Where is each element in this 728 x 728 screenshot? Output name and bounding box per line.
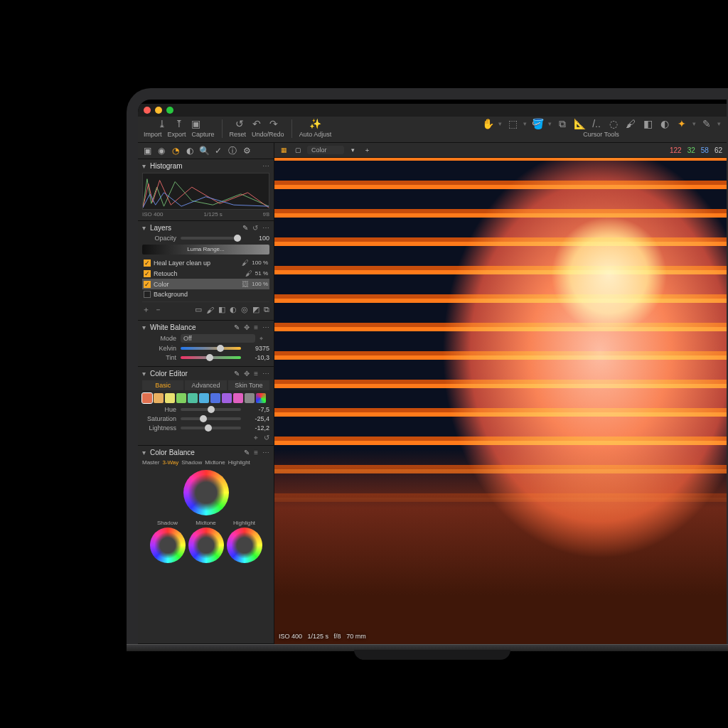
ce-picker-icon[interactable]: ⌖ (254, 434, 258, 442)
tab-3way[interactable]: 3-Way (162, 459, 178, 466)
swatch-8[interactable] (233, 393, 243, 403)
capture-icon[interactable]: ▣ (191, 118, 202, 129)
mask-copy-icon[interactable]: ⧉ (264, 305, 269, 314)
reset-icon[interactable]: ↺ (252, 224, 258, 232)
swatch-7[interactable] (222, 393, 232, 403)
preset-icon[interactable]: ≡ (254, 323, 258, 331)
brush-icon[interactable]: 🖌 (624, 118, 637, 129)
panel-menu-icon[interactable]: ⋯ (262, 370, 269, 378)
shadow-wheel[interactable] (150, 528, 186, 563)
layer-checkbox[interactable]: ✓ (144, 281, 151, 288)
panel-menu-icon[interactable]: ⋯ (262, 224, 269, 232)
reset-icon[interactable]: ↺ (234, 118, 245, 129)
canvas-dropdown-icon[interactable]: ▾ (348, 145, 358, 155)
mask-luma-icon[interactable]: ◩ (252, 305, 259, 314)
kelvin-slider[interactable] (181, 347, 241, 350)
light-slider[interactable] (181, 427, 241, 429)
wb-picker-icon[interactable]: ⌖ (259, 335, 269, 343)
layer-checkbox[interactable]: ✓ (144, 259, 151, 267)
mask-radial-icon[interactable]: ◎ (241, 305, 248, 314)
magic-brush-icon[interactable]: ✦ (675, 118, 688, 129)
undo-icon[interactable]: ↶ (251, 118, 262, 129)
swatch-2[interactable] (165, 393, 175, 403)
settings-tab-icon[interactable]: ⚙ (242, 146, 252, 156)
swatch-6[interactable] (210, 393, 220, 403)
swatch-4[interactable] (188, 393, 198, 403)
swatch-1[interactable] (154, 393, 164, 403)
straighten-icon[interactable]: 📐 (573, 118, 586, 129)
pencil-icon[interactable]: ✎ (244, 449, 250, 456)
panel-menu-icon[interactable]: ⋯ (262, 449, 269, 456)
panel-menu-icon[interactable]: ⋯ (262, 162, 269, 170)
chevron-down-icon[interactable]: ▾ (142, 449, 146, 456)
single-view-icon[interactable]: ▢ (293, 145, 303, 155)
swatch-picker-icon[interactable] (256, 393, 266, 403)
hue-slider[interactable] (181, 408, 241, 411)
tab-skintone[interactable]: Skin Tone (228, 380, 269, 390)
exposure-tab-icon[interactable]: ◐ (185, 146, 195, 156)
tab-basic[interactable]: Basic (142, 380, 183, 390)
library-tab-icon[interactable]: ▣ (142, 146, 152, 156)
chevron-down-icon[interactable]: ▾ (142, 323, 146, 331)
luma-range-button[interactable]: Luma Range... (142, 245, 269, 255)
layer-checkbox[interactable] (144, 291, 151, 298)
wb-mode-select[interactable]: Off (181, 334, 255, 343)
mask-rect-icon[interactable]: ▭ (195, 305, 202, 314)
gradient-icon[interactable]: ◐ (658, 118, 671, 129)
preset-icon[interactable]: ≡ (254, 449, 258, 456)
mask-gradient-icon[interactable]: ◐ (230, 305, 237, 314)
metadata-tab-icon[interactable]: ⓘ (228, 146, 237, 156)
panel-menu-icon[interactable]: ⋯ (262, 323, 269, 331)
remove-layer-icon[interactable]: － (154, 304, 162, 315)
picker-icon[interactable]: ✥ (244, 370, 250, 378)
pencil-icon[interactable]: ✎ (234, 370, 240, 378)
swatch-0[interactable] (142, 393, 152, 403)
swatch-5[interactable] (199, 393, 209, 403)
chevron-down-icon[interactable]: ▾ (142, 162, 146, 170)
minimize-window-button[interactable] (155, 107, 162, 114)
capture-tab-icon[interactable]: ◉ (156, 146, 166, 156)
tab-highlight[interactable]: Highlight (228, 459, 250, 466)
redo-icon[interactable]: ↷ (268, 118, 279, 129)
canvas-add-icon[interactable]: ＋ (363, 145, 373, 155)
highlight-wheel[interactable] (227, 528, 262, 563)
hand-icon[interactable]: ✋ (481, 118, 494, 129)
midtone-wheel[interactable] (183, 470, 229, 515)
add-layer-icon[interactable]: ＋ (142, 304, 150, 315)
check-tab-icon[interactable]: ✓ (213, 146, 223, 156)
pen-icon[interactable]: ✎ (700, 118, 713, 129)
color-tab-icon[interactable]: ◔ (171, 146, 181, 156)
tab-midtone[interactable]: Midtone (205, 459, 225, 466)
import-icon[interactable]: ⤓ (156, 118, 168, 129)
grid-view-icon[interactable]: ▦ (279, 145, 289, 155)
tab-shadow[interactable]: Shadow (181, 459, 202, 466)
crop-icon[interactable]: ⧉ (556, 118, 569, 129)
picker-icon[interactable]: ✥ (244, 323, 250, 331)
tab-advanced[interactable]: Advanced (185, 380, 226, 390)
layer-checkbox[interactable]: ✓ (144, 270, 151, 277)
layer-select[interactable]: Color (307, 146, 344, 154)
midtone-wheel-small[interactable] (188, 528, 224, 563)
spot-icon[interactable]: ◌ (607, 118, 620, 129)
keystone-icon[interactable]: /.. (590, 118, 603, 129)
layer-row[interactable]: ✓ Color 🖼 100 % (142, 279, 269, 289)
tint-slider[interactable] (181, 356, 241, 359)
preset-icon[interactable]: ≡ (254, 370, 258, 378)
swatch-3[interactable] (176, 393, 186, 403)
chevron-down-icon[interactable]: ▾ (142, 224, 146, 232)
close-window-button[interactable] (144, 107, 151, 114)
pencil-icon[interactable]: ✎ (242, 224, 248, 232)
image-viewer[interactable]: ISO 400 1/125 s f/8 70 mm (274, 158, 727, 644)
maximize-window-button[interactable] (166, 107, 173, 114)
mask-erase-icon[interactable]: ◧ (218, 305, 225, 314)
mask-brush-icon[interactable]: 🖌 (206, 306, 214, 314)
bucket-icon[interactable]: 🪣 (531, 118, 544, 129)
pointer-icon[interactable]: ⬚ (506, 118, 519, 129)
eraser-icon[interactable]: ◧ (641, 118, 654, 129)
pencil-icon[interactable]: ✎ (234, 323, 240, 331)
layer-row[interactable]: ✓ Retouch 🖌 51 % (142, 268, 269, 279)
swatch-9[interactable] (245, 393, 255, 403)
sat-slider[interactable] (181, 417, 241, 420)
tab-master[interactable]: Master (142, 459, 159, 466)
ce-reset-icon[interactable]: ↺ (264, 434, 269, 442)
